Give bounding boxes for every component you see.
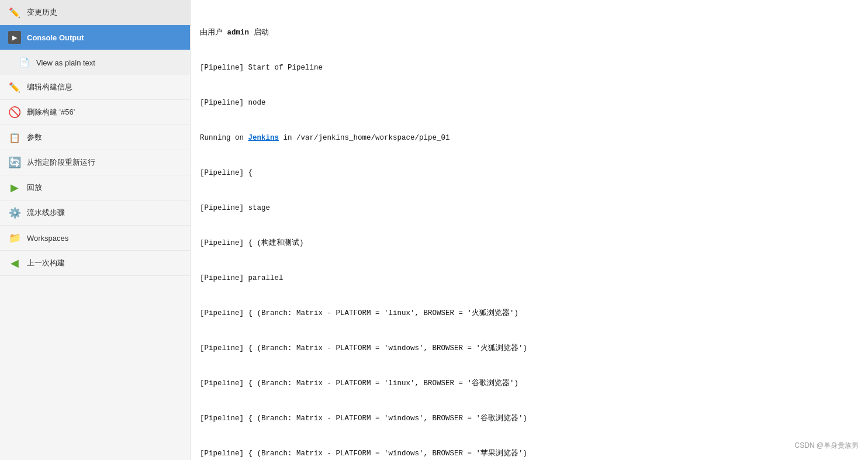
sidebar-item-prev-build[interactable]: ◀ 上一次构建 — [0, 251, 190, 276]
sidebar-item-label: 参数 — [27, 132, 42, 143]
console-line: [Pipeline] { (Branch: Matrix - PLATFORM … — [200, 378, 859, 389]
sidebar-item-replay[interactable]: ▶ 回放 — [0, 175, 190, 200]
document-icon: 📄 — [18, 56, 30, 69]
console-line: 由用户 admin 启动 — [200, 27, 859, 39]
sidebar: ✏️ 变更历史 ▶ Console Output 📄 View as plain… — [0, 0, 191, 460]
sidebar-item-params[interactable]: 📋 参数 — [0, 125, 190, 150]
console-line: [Pipeline] parallel — [200, 272, 859, 284]
watermark: CSDN @单身贵族男 — [794, 441, 859, 451]
console-line: [Pipeline] { (Branch: Matrix - PLATFORM … — [200, 307, 859, 319]
sidebar-item-restart-stage[interactable]: 🔄 从指定阶段重新运行 — [0, 150, 190, 175]
console-line: [Pipeline] { — [200, 167, 859, 179]
folder-icon: 📁 — [8, 231, 21, 244]
sidebar-sub-item-label: View as plain text — [36, 58, 95, 67]
sidebar-item-label: 上一次构建 — [27, 258, 65, 268]
main-content: 由用户 admin 启动 [Pipeline] Start of Pipelin… — [191, 0, 868, 460]
console-line: [Pipeline] { (Branch: Matrix - PLATFORM … — [200, 413, 859, 424]
console-line: [Pipeline] { (构建和测试) — [200, 237, 859, 249]
delete-icon: 🚫 — [8, 106, 21, 119]
console-output-area: 由用户 admin 启动 [Pipeline] Start of Pipelin… — [200, 4, 859, 460]
sidebar-item-label: 变更历史 — [27, 7, 57, 18]
sidebar-item-label: 从指定阶段重新运行 — [27, 157, 95, 168]
sidebar-item-edit-build-info[interactable]: ✏️ 编辑构建信息 — [0, 75, 190, 100]
sidebar-item-delete-build[interactable]: 🚫 删除构建 '#56' — [0, 100, 190, 125]
console-line: [Pipeline] { (Branch: Matrix - PLATFORM … — [200, 448, 859, 459]
replay-icon: ▶ — [8, 181, 21, 194]
sidebar-item-label: Console Output — [27, 33, 84, 42]
sidebar-item-change-history[interactable]: ✏️ 变更历史 — [0, 0, 190, 25]
restart-icon: 🔄 — [8, 156, 21, 169]
console-line: [Pipeline] Start of Pipeline — [200, 62, 859, 74]
console-line: [Pipeline] { (Branch: Matrix - PLATFORM … — [200, 343, 859, 354]
jenkins-link[interactable]: Jenkins — [248, 134, 279, 142]
terminal-icon: ▶ — [8, 31, 21, 44]
params-icon: 📋 — [8, 131, 21, 144]
console-line: [Pipeline] node — [200, 97, 859, 109]
sidebar-item-label: 回放 — [27, 182, 42, 193]
sidebar-item-console-output[interactable]: ▶ Console Output — [0, 25, 190, 50]
watermark-text: CSDN @单身贵族男 — [794, 441, 859, 449]
edit-icon: ✏️ — [8, 81, 21, 94]
console-line: [Pipeline] stage — [200, 202, 859, 214]
sidebar-item-view-plain-text[interactable]: 📄 View as plain text — [0, 50, 190, 75]
console-line: Running on Jenkins in /var/jenkins_home/… — [200, 132, 859, 144]
sidebar-item-pipeline-steps[interactable]: ⚙️ 流水线步骤 — [0, 200, 190, 226]
sidebar-item-label: 删除构建 '#56' — [27, 107, 75, 117]
pencil-icon: ✏️ — [8, 6, 21, 19]
gear-icon: ⚙️ — [8, 206, 21, 219]
sidebar-item-label: Workspaces — [27, 234, 68, 243]
sidebar-item-label: 编辑构建信息 — [27, 82, 72, 92]
prev-icon: ◀ — [8, 257, 21, 269]
sidebar-item-workspaces[interactable]: 📁 Workspaces — [0, 226, 190, 251]
sidebar-item-label: 流水线步骤 — [27, 207, 65, 218]
